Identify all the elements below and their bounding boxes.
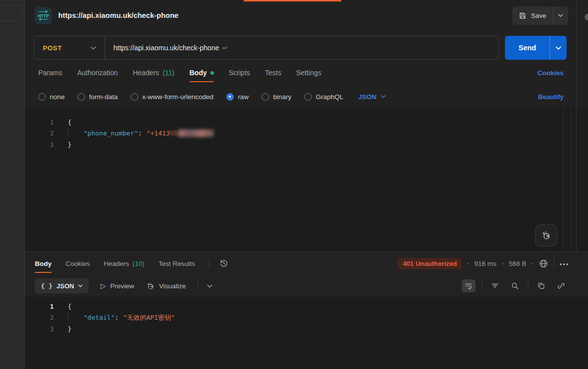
- active-tab-underline: [190, 81, 214, 82]
- response-history-button[interactable]: [219, 259, 228, 268]
- radio-graphql[interactable]: GraphQL: [304, 93, 344, 101]
- radio-x-www-form-urlencoded[interactable]: x-www-form-urlencoded: [131, 93, 213, 101]
- response-tab-cookies[interactable]: Cookies: [66, 252, 90, 275]
- send-button-label: Send: [518, 44, 536, 52]
- copy-icon: [537, 282, 545, 290]
- radio-form-data[interactable]: form-data: [78, 93, 118, 101]
- redacted-digits: 55: [170, 129, 178, 137]
- close-brace-token: }: [68, 141, 72, 148]
- tab-scripts[interactable]: Scripts: [229, 60, 250, 86]
- link-icon: [557, 282, 565, 290]
- network-info-button[interactable]: [539, 259, 548, 268]
- preview-label: Preview: [110, 282, 134, 290]
- code-line: 1 {: [25, 301, 588, 312]
- line-number: 2: [25, 314, 54, 321]
- chevron-down-icon: [381, 95, 386, 98]
- radio-raw-label: raw: [238, 93, 249, 101]
- wrap-text-icon: [465, 282, 473, 290]
- json-key-token: "detail": [84, 314, 115, 321]
- radio-circle-icon: [304, 93, 312, 101]
- body-type-row: none form-data x-www-form-urlencoded raw…: [25, 86, 588, 108]
- url-input[interactable]: https://api.xiaomu.uk/check-phone↵: [105, 44, 228, 52]
- tab-params[interactable]: Params: [38, 60, 62, 86]
- active-tab-underline: [35, 272, 52, 273]
- line-number: 1: [25, 303, 54, 310]
- response-meta: 401 Unauthorized 916 ms 568 B ●●●: [398, 258, 569, 269]
- send-split-button: Send: [505, 36, 567, 60]
- response-tab-headers-label: Headers: [104, 260, 129, 267]
- editor-scrollbar-track[interactable]: [563, 108, 563, 251]
- radio-raw[interactable]: raw: [226, 93, 249, 101]
- status-badge: 401 Unauthorized: [398, 258, 462, 269]
- preview-triangle-icon: ▷: [100, 282, 106, 290]
- more-options-button[interactable]: ●●●: [560, 260, 569, 267]
- tab-headers[interactable]: Headers (11): [133, 60, 175, 86]
- search-icon: [511, 282, 519, 290]
- chevron-down-icon: [91, 46, 96, 50]
- main-panel: HTTP https://api.xiaomu.uk/check-phone: [25, 0, 588, 369]
- raw-format-selector[interactable]: JSON: [358, 93, 386, 101]
- tab-settings[interactable]: Settings: [296, 60, 321, 86]
- filter-button[interactable]: [488, 279, 502, 292]
- beautify-link[interactable]: Beautify: [538, 93, 564, 101]
- left-sidebar: [0, 0, 25, 369]
- divider: [482, 281, 482, 290]
- response-tab-body-label: Body: [35, 260, 52, 267]
- postbot-assistant-button[interactable]: [535, 225, 557, 246]
- code-line: 3 }: [25, 139, 588, 150]
- app-window: HTTP https://api.xiaomu.uk/check-phone: [0, 0, 588, 369]
- send-options-button[interactable]: [550, 36, 567, 60]
- code-line: 2 "detail" : "无效的API密钥": [25, 312, 588, 324]
- more-options-icon: ●●●: [560, 262, 569, 266]
- request-body-editor[interactable]: 1 { 2 "phone_number" : "+1413 55 3 }: [25, 108, 588, 251]
- wrap-text-button[interactable]: [462, 279, 476, 292]
- format-collapse-button[interactable]: [207, 284, 212, 288]
- radio-binary[interactable]: binary: [262, 93, 292, 101]
- radio-none[interactable]: none: [38, 93, 65, 101]
- visualize-button[interactable]: Visualize: [146, 282, 186, 290]
- save-split-button: Save: [512, 6, 568, 25]
- response-format-label: JSON: [56, 282, 74, 290]
- method-label: POST: [43, 44, 62, 52]
- method-selector[interactable]: POST: [34, 36, 105, 59]
- separator-dot: [467, 263, 469, 264]
- indent-guide: [68, 129, 84, 137]
- tab-tests[interactable]: Tests: [265, 60, 282, 86]
- colon-token: :: [115, 314, 119, 321]
- line-number: 3: [25, 325, 54, 333]
- response-tab-headers[interactable]: Headers (10): [104, 252, 145, 275]
- tab-body[interactable]: Body: [190, 60, 214, 86]
- send-button[interactable]: Send: [505, 36, 550, 60]
- tab-authorization[interactable]: Authorization: [77, 60, 118, 86]
- http-badge-text: HTTP: [38, 13, 49, 18]
- response-tab-test-results[interactable]: Test Results: [159, 252, 196, 275]
- radio-circle-icon: [78, 93, 85, 101]
- response-body-editor[interactable]: 1 { 2 "detail" : "无效的API密钥" 3 }: [25, 297, 588, 369]
- cookies-link[interactable]: Cookies: [537, 69, 564, 77]
- response-format-selector[interactable]: { } JSON: [35, 278, 89, 293]
- right-rail-divider: [576, 0, 577, 251]
- separator-dot: [502, 263, 503, 264]
- save-options-button[interactable]: [553, 6, 568, 25]
- save-button[interactable]: Save: [512, 6, 553, 25]
- divider: [528, 281, 528, 290]
- json-key-token: "phone_number": [84, 129, 138, 137]
- link-button[interactable]: [554, 279, 568, 292]
- radio-circle-icon: [262, 93, 269, 101]
- url-value: https://api.xiaomu.uk/check-phone: [113, 44, 219, 52]
- request-header-row: HTTP https://api.xiaomu.uk/check-phone: [25, 0, 588, 31]
- search-button[interactable]: [508, 279, 522, 292]
- response-tab-body[interactable]: Body: [35, 252, 52, 275]
- radio-selected-icon: [226, 93, 234, 101]
- code-line: 3 }: [25, 323, 588, 335]
- header-actions: Save: [512, 6, 577, 25]
- history-clock-icon: [219, 259, 228, 268]
- url-container: POST https://api.xiaomu.uk/check-phone↵: [34, 36, 499, 60]
- tab-authorization-label: Authorization: [77, 69, 118, 77]
- chevron-down-icon: [207, 284, 212, 288]
- copy-button[interactable]: [534, 279, 548, 292]
- open-brace-token: {: [68, 303, 72, 310]
- preview-button[interactable]: ▷ Preview: [100, 282, 134, 290]
- panel-collapse-arrow[interactable]: [585, 14, 588, 20]
- filter-icon: [491, 282, 499, 290]
